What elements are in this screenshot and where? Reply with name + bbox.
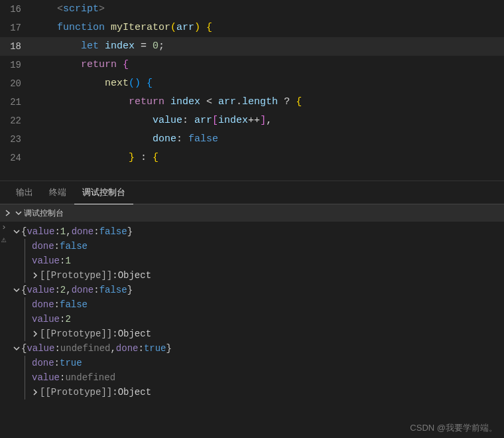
- debug-console-body[interactable]: {value: 1, done: false}done: falsevalue:…: [0, 222, 504, 402]
- line-number: 24: [0, 149, 33, 167]
- code-editor[interactable]: 16 <script>17 function myIterator(arr) {…: [0, 0, 504, 181]
- gutter-icons: › ⚠: [1, 223, 12, 244]
- console-object-summary[interactable]: {value: 2, done: false}: [0, 283, 504, 297]
- line-number: 22: [0, 111, 33, 130]
- line-number: 23: [0, 130, 33, 149]
- code-line[interactable]: 23 done: false: [0, 130, 504, 149]
- code-content: <script>: [33, 0, 105, 19]
- code-content: let index = 0;: [33, 37, 164, 56]
- console-prototype[interactable]: [[Prototype]]: Object: [25, 268, 504, 283]
- code-line[interactable]: 19 return {: [0, 56, 504, 74]
- console-prototype[interactable]: [[Prototype]]: Object: [25, 327, 504, 341]
- chevron-right-icon[interactable]: [31, 330, 40, 337]
- debug-console-header[interactable]: 调试控制台: [0, 204, 504, 222]
- tab-output[interactable]: 输出: [8, 181, 41, 204]
- line-number: 21: [0, 93, 33, 111]
- code-content: return {: [33, 56, 129, 74]
- chevron-down-icon[interactable]: [13, 210, 24, 216]
- console-object-summary[interactable]: {value: 1, done: false}: [0, 224, 504, 239]
- code-line[interactable]: 24 } : {: [0, 149, 504, 167]
- warning-icon: ⚠: [1, 236, 12, 244]
- chevron-down-icon[interactable]: [12, 287, 21, 293]
- line-number: 17: [0, 19, 33, 37]
- code-line[interactable]: 20 next() {: [0, 74, 504, 93]
- watermark: CSDN @我要学前端。: [410, 422, 497, 434]
- code-line[interactable]: 16 <script>: [0, 0, 504, 19]
- chevron-right-icon[interactable]: [31, 272, 40, 279]
- chevron-down-icon[interactable]: [12, 345, 21, 352]
- console-object-property[interactable]: done: false: [25, 239, 504, 254]
- line-number: 16: [0, 0, 33, 19]
- line-number: 18: [0, 37, 33, 56]
- console-object-summary[interactable]: {value: undefined, done: true}: [0, 341, 504, 356]
- code-line[interactable]: 18 let index = 0;: [0, 37, 504, 56]
- line-number: 19: [0, 56, 33, 74]
- code-line[interactable]: 22 value: arr[index++],: [0, 111, 504, 130]
- tab-terminal[interactable]: 终端: [41, 181, 74, 204]
- console-object-property[interactable]: done: true: [25, 356, 504, 370]
- code-line[interactable]: 17 function myIterator(arr) {: [0, 19, 504, 37]
- console-object-property[interactable]: value: undefined: [25, 370, 504, 385]
- chevron-right-icon: ›: [1, 223, 12, 232]
- panel-tabs: 输出 终端 调试控制台: [0, 181, 504, 204]
- console-object-property[interactable]: value: 2: [25, 312, 504, 327]
- chevron-right-icon[interactable]: [31, 389, 40, 396]
- code-content: return index < arr.length ? {: [33, 93, 302, 111]
- console-prototype[interactable]: [[Prototype]]: Object: [25, 385, 504, 400]
- tab-debug-console[interactable]: 调试控制台: [74, 181, 133, 204]
- code-content: value: arr[index++],: [33, 111, 272, 130]
- console-object-property[interactable]: value: 1: [25, 254, 504, 268]
- debug-console-title: 调试控制台: [24, 208, 64, 219]
- code-content: next() {: [33, 74, 153, 93]
- code-content: } : {: [33, 149, 158, 167]
- console-object-property[interactable]: done: false: [25, 297, 504, 312]
- code-line[interactable]: 21 return index < arr.length ? {: [0, 93, 504, 111]
- code-content: done: false: [33, 130, 218, 149]
- chevron-down-icon[interactable]: [12, 228, 21, 235]
- line-number: 20: [0, 74, 33, 93]
- code-content: function myIterator(arr) {: [33, 19, 212, 37]
- chevron-right-icon[interactable]: [3, 210, 13, 216]
